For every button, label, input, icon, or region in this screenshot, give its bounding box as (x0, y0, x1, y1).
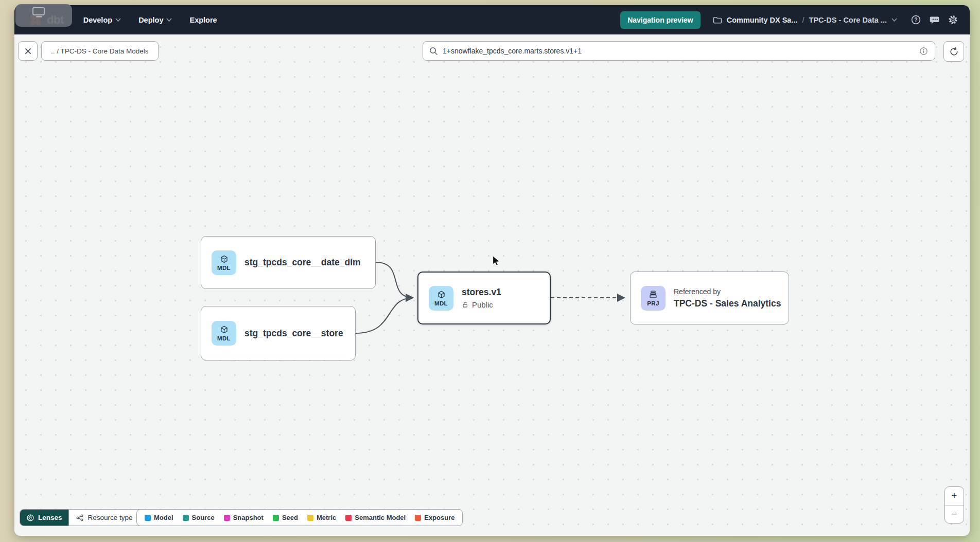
refresh-icon (949, 47, 959, 57)
navbar-icon-group: ? (911, 14, 958, 25)
zoom-controls: + − (944, 486, 964, 523)
legend-swatch (183, 515, 189, 521)
chevron-down-icon (115, 18, 121, 22)
search-input[interactable] (443, 47, 914, 55)
badge-label: PRJ (647, 300, 659, 306)
resource-type-legend: Model Source Snapshot Seed Metric Semant… (136, 509, 463, 526)
nav-item-explore[interactable]: Explore (189, 16, 217, 24)
resource-graph-icon (76, 514, 84, 522)
node-label: TPC-DS - Sales Analytics (674, 298, 781, 309)
path-separator: / (802, 16, 804, 24)
node-stg-tpcds-core-date-dim[interactable]: MDL stg_tpcds_core__date_dim (201, 236, 376, 289)
nav-item-label: Develop (83, 16, 112, 24)
node-tpcds-sales-analytics[interactable]: PRJ Referenced by TPC-DS - Sales Analyti… (630, 272, 789, 324)
folder-icon (713, 16, 722, 24)
legend-item-source: Source (183, 514, 215, 521)
breadcrumb[interactable]: .. / TPC-DS - Core Data Models (41, 41, 159, 61)
model-badge: MDL (212, 321, 236, 346)
badge-label: MDL (217, 335, 231, 341)
legend-swatch (345, 515, 352, 521)
zoom-in-button[interactable]: + (945, 487, 964, 505)
referenced-by-label: Referenced by (674, 287, 781, 296)
account-breadcrumb: Community DX Sa... / TPC-DS - Core Data … (713, 16, 897, 24)
mouse-cursor (492, 256, 501, 266)
edge-date-dim-to-stores (376, 262, 413, 298)
model-badge: MDL (212, 250, 236, 275)
gear-icon[interactable] (948, 14, 958, 25)
chevron-down-icon (166, 18, 172, 22)
lens-icon (26, 514, 34, 522)
nav-item-develop[interactable]: Develop (83, 16, 121, 24)
cube-icon (219, 255, 229, 264)
legend-item-snapshot: Snapshot (224, 514, 264, 521)
help-icon[interactable]: ? (911, 14, 921, 25)
legend-swatch (145, 515, 151, 521)
edge-store-to-stores (356, 298, 413, 333)
close-button[interactable] (18, 41, 38, 61)
nav-item-label: Explore (189, 16, 217, 24)
feedback-icon[interactable] (929, 14, 940, 25)
project-name[interactable]: TPC-DS - Core Data ... (809, 16, 887, 24)
cube-icon (219, 325, 229, 335)
lineage-canvas[interactable]: .. / TPC-DS - Core Data Models (14, 34, 970, 536)
refresh-button[interactable] (943, 41, 964, 62)
legend-item-exposure: Exposure (415, 514, 454, 521)
display-icon (32, 7, 46, 18)
info-icon[interactable] (919, 46, 929, 56)
access-label: Public (472, 300, 493, 309)
lenses-button[interactable]: Lenses (20, 510, 68, 526)
badge-label: MDL (434, 300, 448, 306)
legend-item-semantic-model: Semantic Model (345, 514, 406, 521)
legend-item-model: Model (145, 514, 173, 521)
nav-item-deploy[interactable]: Deploy (138, 16, 172, 24)
close-icon (24, 47, 32, 55)
top-navbar: dbt Develop Deploy Explore Navigation pr… (14, 5, 970, 34)
badge-label: MDL (217, 265, 231, 271)
screen-share-overlay (15, 4, 72, 27)
legend-swatch (307, 515, 313, 521)
lock-open-icon (462, 301, 469, 309)
lens-controls: Lenses Resource type (20, 509, 150, 526)
zoom-out-button[interactable]: − (945, 505, 964, 523)
nav-item-label: Deploy (138, 16, 163, 24)
account-name[interactable]: Community DX Sa... (727, 16, 798, 24)
node-label: stg_tpcds_core__store (244, 328, 343, 339)
search-icon (429, 47, 438, 56)
node-stg-tpcds-core-store[interactable]: MDL stg_tpcds_core__store (201, 306, 356, 360)
access-row: Public (462, 300, 501, 309)
model-badge: MDL (429, 286, 453, 311)
legend-swatch (224, 515, 230, 521)
legend-swatch (273, 515, 279, 521)
breadcrumb-label: .. / TPC-DS - Core Data Models (51, 47, 149, 55)
navigation-preview-button[interactable]: Navigation preview (620, 11, 701, 29)
navbar-right: Navigation preview Community DX Sa... / … (620, 11, 958, 29)
project-badge: PRJ (641, 286, 666, 311)
node-label: stg_tpcds_core__date_dim (244, 257, 361, 268)
project-stack-icon (648, 290, 658, 300)
node-stores-v1[interactable]: MDL stores.v1 Public (417, 272, 551, 324)
svg-text:?: ? (914, 16, 917, 23)
nav-menu: Develop Deploy Explore (83, 16, 217, 24)
resource-type-label: Resource type (88, 514, 133, 521)
lenses-label: Lenses (38, 514, 62, 521)
chevron-down-icon[interactable] (891, 18, 897, 22)
lineage-search (423, 41, 935, 61)
legend-item-metric: Metric (307, 514, 336, 521)
app-window: dbt Develop Deploy Explore Navigation pr… (14, 5, 970, 536)
legend-swatch (415, 515, 421, 521)
node-label: stores.v1 (462, 287, 501, 298)
legend-item-seed: Seed (273, 514, 298, 521)
cube-icon (436, 290, 446, 300)
